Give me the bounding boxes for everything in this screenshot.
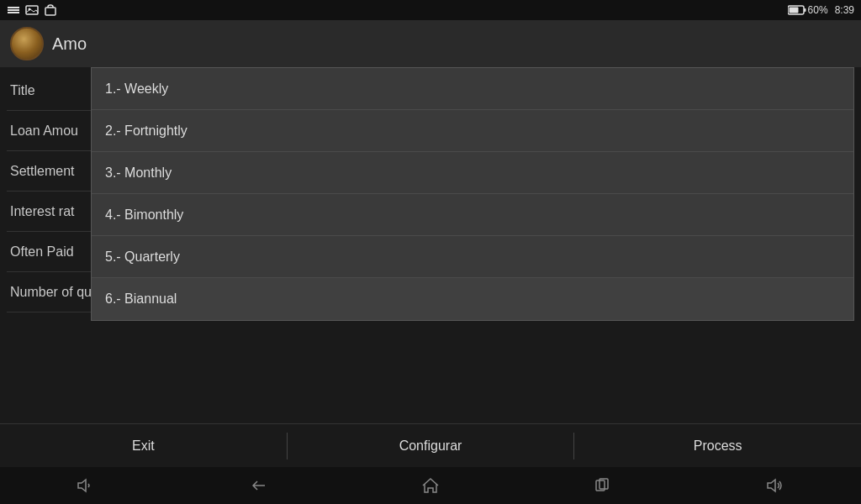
app-header: Amo	[0, 20, 861, 67]
notification-icon	[7, 3, 20, 17]
home-icon	[420, 475, 441, 496]
dropdown-item-biannual[interactable]: 6.- Biannual	[92, 278, 853, 320]
svg-rect-8	[789, 8, 798, 13]
app-title: Amo	[52, 34, 87, 54]
status-bar: 60% 8:39	[0, 0, 861, 20]
svg-rect-0	[8, 7, 19, 8]
svg-rect-1	[8, 9, 19, 11]
svg-marker-12	[768, 480, 775, 491]
action-bar: Exit Configurar Process	[0, 423, 861, 467]
battery-percent: 60%	[808, 4, 828, 16]
status-bar-left	[7, 3, 57, 17]
bag-icon	[44, 3, 57, 17]
image-icon	[25, 3, 39, 17]
main-content: Title Mor Loan Amou Settlement Interest …	[0, 67, 861, 312]
dropdown-item-fortnightly[interactable]: 2.- Fortnightly	[92, 110, 853, 152]
volume-up-button[interactable]	[689, 467, 861, 504]
recents-icon	[593, 475, 613, 496]
dropdown-item-bimonthly[interactable]: 4.- Bimonthly	[92, 194, 853, 236]
recents-button[interactable]	[516, 467, 689, 504]
volume-down-button[interactable]	[0, 467, 172, 504]
dropdown-item-weekly[interactable]: 1.- Weekly	[92, 68, 853, 110]
exit-button[interactable]: Exit	[0, 424, 287, 468]
frequency-dropdown[interactable]: 1.- Weekly 2.- Fortnightly 3.- Monthly 4…	[91, 67, 854, 321]
svg-rect-2	[8, 12, 19, 13]
battery-icon: 60%	[788, 4, 828, 16]
process-button[interactable]: Process	[574, 424, 861, 468]
app-icon	[10, 27, 44, 60]
dropdown-item-monthly[interactable]: 3.- Monthly	[92, 152, 853, 194]
svg-marker-9	[78, 480, 86, 491]
time-display: 8:39	[835, 4, 854, 16]
volume-up-icon	[765, 475, 785, 496]
volume-down-icon	[76, 475, 96, 496]
status-bar-right: 60% 8:39	[788, 4, 854, 16]
back-icon	[248, 475, 268, 496]
home-button[interactable]	[345, 467, 517, 504]
svg-rect-7	[804, 8, 806, 12]
nav-bar	[0, 467, 861, 504]
dropdown-item-quarterly[interactable]: 5.- Quarterly	[92, 236, 853, 278]
configurar-button[interactable]: Configurar	[288, 424, 574, 468]
back-button[interactable]	[172, 467, 345, 504]
svg-rect-5	[45, 8, 55, 15]
